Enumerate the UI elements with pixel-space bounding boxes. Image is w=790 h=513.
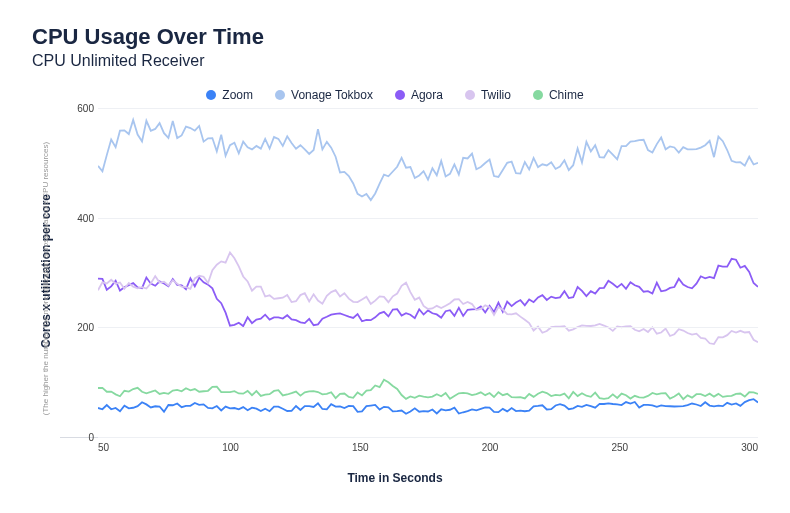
x-tick-label: 50 xyxy=(98,442,109,453)
series-line-agora xyxy=(98,259,758,326)
legend-swatch xyxy=(275,90,285,100)
grid-line xyxy=(98,218,758,219)
chart-subtitle: CPU Unlimited Receiver xyxy=(32,52,758,70)
legend-swatch xyxy=(533,90,543,100)
y-tick-label: 0 xyxy=(60,432,94,443)
legend-label: Zoom xyxy=(222,88,253,102)
legend-item: Agora xyxy=(395,88,443,102)
legend-item: Zoom xyxy=(206,88,253,102)
x-tick-label: 100 xyxy=(222,442,239,453)
legend-item: Chime xyxy=(533,88,584,102)
line-series-svg xyxy=(98,108,758,437)
plot-area: 0200400600 xyxy=(60,108,758,438)
legend-item: Vonage Tokbox xyxy=(275,88,373,102)
series-line-chime xyxy=(98,380,758,399)
x-axis-ticks: 50100150200250300 xyxy=(98,442,758,453)
x-axis-label: Time in Seconds xyxy=(32,471,758,485)
legend-label: Chime xyxy=(549,88,584,102)
chart-area: Cores x utilization per core (The higher… xyxy=(32,108,758,438)
chart-title: CPU Usage Over Time xyxy=(32,24,758,50)
legend-swatch xyxy=(206,90,216,100)
y-axis-sublabel: (The higher the number, the more utiliza… xyxy=(42,141,51,414)
x-tick-label: 300 xyxy=(741,442,758,453)
y-tick-label: 200 xyxy=(60,322,94,333)
x-tick-label: 250 xyxy=(612,442,629,453)
grid-line xyxy=(98,327,758,328)
legend-label: Vonage Tokbox xyxy=(291,88,373,102)
legend: ZoomVonage TokboxAgoraTwilioChime xyxy=(32,88,758,102)
legend-swatch xyxy=(395,90,405,100)
series-line-twilio xyxy=(98,252,758,344)
legend-label: Agora xyxy=(411,88,443,102)
grid-line xyxy=(98,108,758,109)
y-tick-label: 600 xyxy=(60,103,94,114)
x-tick-label: 200 xyxy=(482,442,499,453)
legend-swatch xyxy=(465,90,475,100)
grid-line xyxy=(98,437,758,438)
x-tick-label: 150 xyxy=(352,442,369,453)
legend-item: Twilio xyxy=(465,88,511,102)
series-line-zoom xyxy=(98,399,758,414)
series-line-vonage-tokbox xyxy=(98,120,758,200)
legend-label: Twilio xyxy=(481,88,511,102)
y-tick-label: 400 xyxy=(60,212,94,223)
